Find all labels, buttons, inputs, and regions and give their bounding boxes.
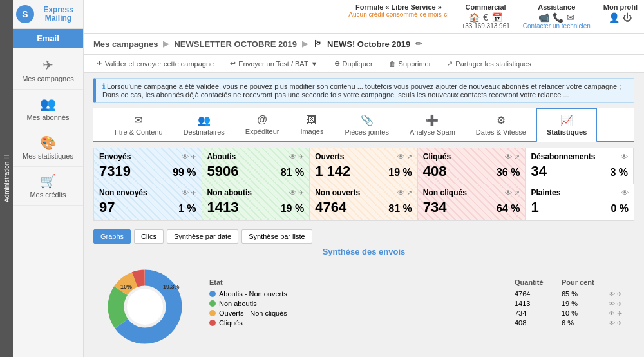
label-green: 19.3% xyxy=(163,284,180,290)
dupliquer-button[interactable]: ⊕ Dupliquer xyxy=(331,58,376,69)
cursor-ouverts-icon[interactable]: ↗ xyxy=(406,153,412,161)
stat-cliques: Cliqués 👁↗ 408 36 % xyxy=(418,148,526,184)
label-orange: 10% xyxy=(120,284,132,290)
tab-pieces[interactable]: 📎 Pièces-jointes xyxy=(334,108,399,141)
email-button[interactable]: Email xyxy=(13,29,83,48)
edit-title-icon[interactable]: ✏ xyxy=(415,39,422,48)
supprimer-button[interactable]: 🗑 Supprimer xyxy=(386,59,435,69)
sidebar-item-statistiques[interactable]: 🎨 Mes statistiques xyxy=(13,128,83,167)
stat-plaintes: Plaintes 👁 1 0 % xyxy=(526,184,634,220)
img-tab-icon: 🖼 xyxy=(307,114,317,126)
info-bar: ℹ Lorsqu'une campagne a été validée, vou… xyxy=(93,78,634,103)
top-header: Formule « Libre Service » Aucun crédit c… xyxy=(84,0,644,34)
send-aboutis-icon[interactable]: ✈ xyxy=(298,153,304,161)
sidebar-item-abonnes[interactable]: 👥 Mes abonnés xyxy=(13,90,83,128)
cursor-nc-icon[interactable]: ↗ xyxy=(514,189,520,197)
stat-nonaboutis: Non aboutis 👁✈ 1413 19 % xyxy=(202,184,310,220)
commercial-icons: 🏠 € 📅 xyxy=(469,12,502,23)
cursor-cliques-icon[interactable]: ↗ xyxy=(514,153,520,161)
breadcrumb-arrow-1: ▶ xyxy=(163,39,169,48)
commercial-section: Commercial 🏠 € 📅 +33 169.313.961 xyxy=(461,3,509,30)
legend-header: Etat Quantité Pour cent xyxy=(209,278,634,287)
sub-button-bar: Graphs Clics Synthèse par date Synthèse … xyxy=(93,229,634,244)
sidebar-item-campagnes[interactable]: ✈ Mes campagnes xyxy=(13,51,83,90)
euro-icon[interactable]: € xyxy=(483,12,488,23)
stat-noncliques: Non cliqués 👁↗ 734 64 % xyxy=(418,184,526,220)
eye-l1-icon[interactable]: 👁 xyxy=(609,300,615,307)
eye-nc-icon[interactable]: 👁 xyxy=(505,189,512,197)
synthese-liste-button[interactable]: Synthèse par liste xyxy=(242,229,312,244)
eye-l0-icon[interactable]: 👁 xyxy=(609,291,615,298)
valider-button[interactable]: ✈ Valider et envoyer cette campagne xyxy=(93,58,217,69)
phone-icon[interactable]: 📞 xyxy=(553,12,564,23)
stats-tab-icon: 📈 xyxy=(560,114,573,126)
eye-l3-icon[interactable]: 👁 xyxy=(609,320,615,327)
home-icon[interactable]: 🏠 xyxy=(469,12,480,23)
eye-na-icon[interactable]: 👁 xyxy=(289,189,296,197)
dot-red xyxy=(209,320,216,326)
graphs-button[interactable]: Graphs xyxy=(93,229,131,244)
dest-tab-icon: 👥 xyxy=(198,114,211,126)
synthese-content: 19.3% 10% 65.1% Etat Quantité Pour cent … xyxy=(93,262,634,345)
dates-tab-icon: ⚙ xyxy=(497,114,506,126)
campagnes-icon: ✈ xyxy=(43,57,53,73)
main-content: Formule « Libre Service » Aucun crédit c… xyxy=(84,0,644,357)
cursor-l0-icon[interactable]: ✈ xyxy=(617,291,622,298)
eye-ne-icon[interactable]: 👁 xyxy=(182,189,189,197)
email-icon[interactable]: ✉ xyxy=(567,12,574,23)
abonnes-icon: 👥 xyxy=(40,96,56,111)
eye-icon[interactable]: 👁 xyxy=(182,153,189,161)
clics-button[interactable]: Clics xyxy=(134,229,164,244)
breadcrumb-arrow-2: ▶ xyxy=(302,39,308,48)
legend-row-2: Ouverts - Non cliqués 734 10 % 👁✈ xyxy=(209,309,634,317)
dot-blue xyxy=(209,291,216,297)
tab-titre[interactable]: ✉ Titre & Contenu xyxy=(103,108,173,141)
eye-l2-icon[interactable]: 👁 xyxy=(609,310,615,317)
stats-grid: Envoyés 👁✈ 7319 99 % Aboutis 👁✈ 5906 81 … xyxy=(93,148,634,221)
send-ne-icon[interactable]: ✈ xyxy=(191,189,196,197)
send-stat-icon[interactable]: ✈ xyxy=(191,153,196,161)
tab-expediteur[interactable]: @ Expéditeur xyxy=(235,108,290,141)
send-icon: ✈ xyxy=(97,59,102,68)
eye-ouverts-icon[interactable]: 👁 xyxy=(397,153,404,161)
tab-images[interactable]: 🖼 Images xyxy=(289,108,334,141)
send-na-icon[interactable]: ✈ xyxy=(298,189,304,197)
cursor-l2-icon[interactable]: ✈ xyxy=(617,310,622,317)
video-icon[interactable]: 📹 xyxy=(538,12,549,23)
power-icon[interactable]: ⏻ xyxy=(623,12,632,23)
cursor-no-icon[interactable]: ↗ xyxy=(406,189,412,197)
spam-tab-icon: ➕ xyxy=(426,114,439,126)
eye-pl-icon[interactable]: 👁 xyxy=(621,189,629,197)
tab-destinataires[interactable]: 👥 Destinataires xyxy=(173,108,235,141)
cursor-l3-icon[interactable]: ✈ xyxy=(617,320,622,327)
stat-envoyes: Envoyés 👁✈ 7319 99 % xyxy=(94,148,202,184)
tab-dates[interactable]: ⚙ Dates & Vitesse xyxy=(466,108,536,141)
sidebar-item-credits[interactable]: 🛒 Mes crédits xyxy=(13,167,83,206)
share-icon: ↗ xyxy=(447,59,453,68)
eye-cliques-icon[interactable]: 👁 xyxy=(505,153,512,161)
eye-no-icon[interactable]: 👁 xyxy=(397,189,404,197)
eye-desabo-icon[interactable]: 👁 xyxy=(621,153,628,160)
formule-section: Formule « Libre Service » Aucun crédit c… xyxy=(348,3,448,30)
duplicate-icon: ⊕ xyxy=(334,59,340,68)
synthese-section: Synthèse des envois 19.3% 10% 65 xyxy=(93,247,634,345)
info-icon: ℹ xyxy=(102,82,107,90)
partager-button[interactable]: ↗ Partager les statistiques xyxy=(444,58,534,69)
stat-nonouverts: Non ouverts 👁↗ 4764 81 % xyxy=(310,184,418,220)
logo: S Express Mailing xyxy=(13,0,83,29)
stat-desabo: Désabonnements 👁 34 3 % xyxy=(526,148,634,184)
tab-stats[interactable]: 📈 Statistiques xyxy=(536,108,597,142)
stat-nonenvoyes: Non envoyés 👁✈ 97 1 % xyxy=(94,184,202,220)
eye-aboutis-icon[interactable]: 👁 xyxy=(289,153,296,161)
test-button[interactable]: ↩ Envoyer un Test / BAT ▼ xyxy=(227,58,321,69)
calendar-icon[interactable]: 📅 xyxy=(491,12,502,23)
user-icon[interactable]: 👤 xyxy=(609,12,620,23)
legend-row-3: Cliqués 408 6 % 👁✈ xyxy=(209,319,634,327)
donut-hole xyxy=(127,289,163,325)
cursor-l1-icon[interactable]: ✈ xyxy=(617,300,622,307)
logo-name: Express Mailing xyxy=(37,6,80,23)
synthese-title: Synthèse des envois xyxy=(93,247,634,256)
synthese-date-button[interactable]: Synthèse par date xyxy=(167,229,238,244)
sidebar: S Express Mailing Email ✈ Mes campagnes … xyxy=(13,0,84,357)
tab-spam[interactable]: ➕ Analyse Spam xyxy=(399,108,466,141)
